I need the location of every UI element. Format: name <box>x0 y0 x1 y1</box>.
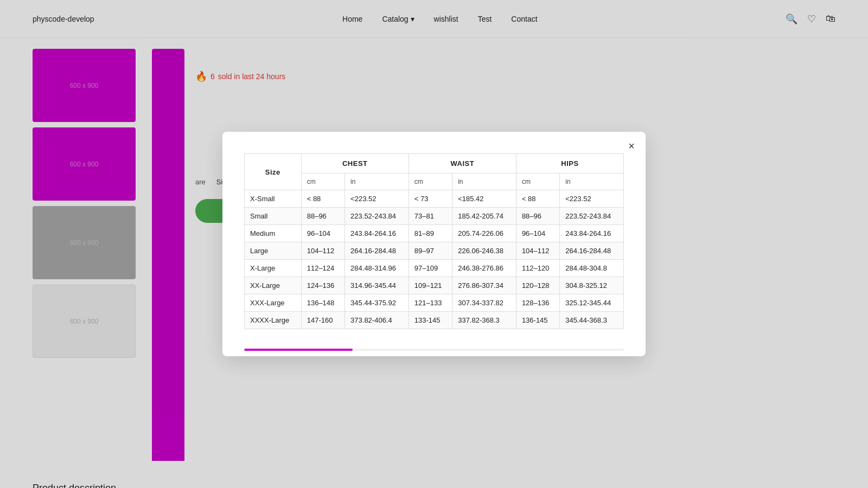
table-row: XXX-Large 136–148 345.44-375.92 121–133 … <box>245 294 624 312</box>
cell-hips-cm: 112–120 <box>516 260 559 277</box>
table-row: X-Large 112–124 284.48-314.96 97–109 246… <box>245 260 624 277</box>
col-header-chest: CHEST <box>301 154 409 174</box>
cell-waist-in: 276.86-307.34 <box>452 277 516 294</box>
cell-hips-in: 243.84-264.16 <box>560 225 624 242</box>
cell-waist-cm: 89–97 <box>409 242 452 260</box>
cell-waist-in: 226.06-246.38 <box>452 242 516 260</box>
cell-hips-in: 284.48-304.8 <box>560 260 624 277</box>
cell-waist-cm: 109–121 <box>409 277 452 294</box>
cell-size: Small <box>245 208 302 225</box>
cell-size: X-Small <box>245 190 302 208</box>
cell-waist-cm: 97–109 <box>409 260 452 277</box>
waist-in-header: in <box>452 174 516 190</box>
cell-waist-in: 337.82-368.3 <box>452 312 516 329</box>
cell-chest-in: 284.48-314.96 <box>345 260 409 277</box>
cell-chest-in: 264.16-284.48 <box>345 242 409 260</box>
cell-hips-cm: < 88 <box>516 190 559 208</box>
cell-chest-cm: 112–124 <box>301 260 344 277</box>
cell-size: Large <box>245 242 302 260</box>
cell-hips-in: 325.12-345.44 <box>560 294 624 312</box>
cell-hips-in: <223.52 <box>560 190 624 208</box>
cell-hips-cm: 88–96 <box>516 208 559 225</box>
modal-scrollbar <box>244 349 624 351</box>
cell-waist-in: 185.42-205.74 <box>452 208 516 225</box>
cell-hips-in: 223.52-243.84 <box>560 208 624 225</box>
cell-chest-cm: 96–104 <box>301 225 344 242</box>
cell-chest-cm: 147-160 <box>301 312 344 329</box>
cell-hips-cm: 120–128 <box>516 277 559 294</box>
cell-waist-cm: 121–133 <box>409 294 452 312</box>
table-row: Medium 96–104 243.84-264.16 81–89 205.74… <box>245 225 624 242</box>
size-chart-table: Size CHEST WAIST HIPS cm in cm in cm in … <box>244 153 624 329</box>
cell-chest-cm: 88–96 <box>301 208 344 225</box>
cell-hips-in: 264.16-284.48 <box>560 242 624 260</box>
cell-hips-in: 345.44-368.3 <box>560 312 624 329</box>
cell-waist-cm: 73–81 <box>409 208 452 225</box>
modal-overlay[interactable]: × Size CHEST WAIST HIPS cm in cm in cm i… <box>0 0 868 488</box>
cell-waist-cm: 81–89 <box>409 225 452 242</box>
cell-hips-cm: 96–104 <box>516 225 559 242</box>
cell-size: X-Large <box>245 260 302 277</box>
cell-chest-in: 373.82-406.4 <box>345 312 409 329</box>
waist-cm-header: cm <box>409 174 452 190</box>
cell-chest-cm: 136–148 <box>301 294 344 312</box>
cell-size: XX-Large <box>245 277 302 294</box>
cell-waist-in: <185.42 <box>452 190 516 208</box>
cell-waist-in: 205.74-226.06 <box>452 225 516 242</box>
col-header-hips: HIPS <box>516 154 623 174</box>
cell-hips-in: 304.8-325.12 <box>560 277 624 294</box>
modal-scrollbar-thumb <box>244 349 353 351</box>
cell-chest-cm: 104–112 <box>301 242 344 260</box>
table-row: XXXX-Large 147-160 373.82-406.4 133-145 … <box>245 312 624 329</box>
table-row: Small 88–96 223.52-243.84 73–81 185.42-2… <box>245 208 624 225</box>
hips-cm-header: cm <box>516 174 559 190</box>
cell-waist-in: 246.38-276.86 <box>452 260 516 277</box>
cell-chest-in: 223.52-243.84 <box>345 208 409 225</box>
col-header-size: Size <box>245 154 302 190</box>
cell-chest-cm: 124–136 <box>301 277 344 294</box>
cell-hips-cm: 128–136 <box>516 294 559 312</box>
cell-size: XXXX-Large <box>245 312 302 329</box>
cell-chest-in: 345.44-375.92 <box>345 294 409 312</box>
table-row: Large 104–112 264.16-284.48 89–97 226.06… <box>245 242 624 260</box>
cell-size: XXX-Large <box>245 294 302 312</box>
modal-close-button[interactable]: × <box>628 140 635 151</box>
cell-waist-cm: 133-145 <box>409 312 452 329</box>
col-header-waist: WAIST <box>409 154 516 174</box>
hips-in-header: in <box>560 174 624 190</box>
cell-hips-cm: 136-145 <box>516 312 559 329</box>
cell-waist-in: 307.34-337.82 <box>452 294 516 312</box>
cell-size: Medium <box>245 225 302 242</box>
cell-chest-cm: < 88 <box>301 190 344 208</box>
cell-waist-cm: < 73 <box>409 190 452 208</box>
cell-chest-in: 314.96-345.44 <box>345 277 409 294</box>
table-row: X-Small < 88 <223.52 < 73 <185.42 < 88 <… <box>245 190 624 208</box>
chest-cm-header: cm <box>301 174 344 190</box>
size-chart-modal: × Size CHEST WAIST HIPS cm in cm in cm i… <box>222 132 646 356</box>
cell-hips-cm: 104–112 <box>516 242 559 260</box>
cell-chest-in: <223.52 <box>345 190 409 208</box>
table-row: XX-Large 124–136 314.96-345.44 109–121 2… <box>245 277 624 294</box>
cell-chest-in: 243.84-264.16 <box>345 225 409 242</box>
chest-in-header: in <box>345 174 409 190</box>
